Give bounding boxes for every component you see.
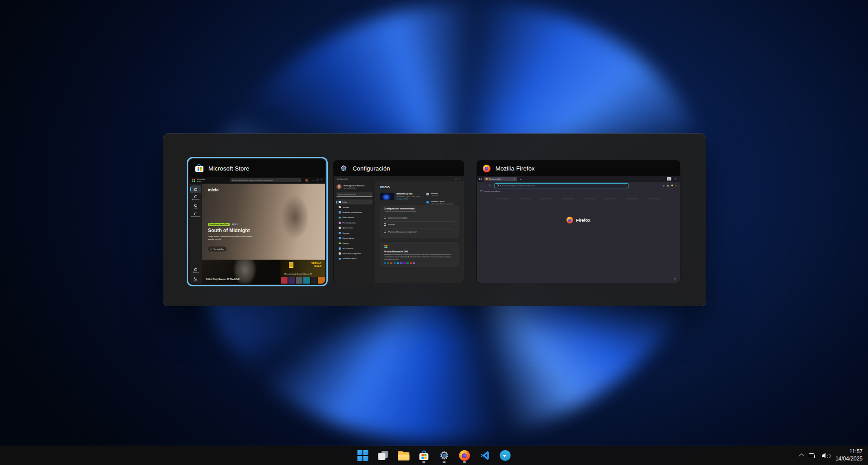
cod-promo-tile: Call of Duty Season 03 BlackCell: [202, 260, 280, 284]
firefox-tab-strip: Nueva pestaña ✕ + ⌄ — ❐ ✕: [477, 176, 680, 182]
microsoft-logo-icon: [384, 245, 387, 248]
settings-user-profile: Pablo Aparicio Sánchez aparicio@outlook.…: [336, 184, 373, 190]
settings-window-controls: — ▢ ✕: [451, 178, 461, 180]
start-button[interactable]: [355, 447, 371, 464]
globe-icon: [339, 217, 341, 219]
update-icon: [339, 258, 341, 260]
store-window-controls: — ▢ ✕: [312, 179, 322, 181]
window-card-titlebar: ⚙ Configuración: [334, 161, 464, 176]
clock-icon: [339, 237, 341, 239]
microsoft-store-thumbnail: Microsoft Store Buscar aplicaciones, jue…: [189, 177, 325, 284]
store-nav-games: Juegos: [190, 203, 201, 210]
recommended-row-mouse: Puntero del mouse y entrada táctil ›: [384, 228, 455, 235]
sidebar-item-aplicaciones: Aplicaciones: [336, 225, 373, 230]
alt-tab-panel: Microsoft Store Microsoft Store Buscar a…: [163, 134, 706, 306]
sidebar-item-windows-update: Windows Update: [336, 256, 373, 261]
tab-favicon: [486, 178, 488, 180]
store-profile-avatar: [305, 179, 308, 182]
settings-app-name: Configuración: [337, 178, 348, 180]
store-sidebar: Aplicaciones Juegos Entretenimiento Bibl…: [189, 184, 202, 284]
chevron-up-icon[interactable]: [798, 453, 804, 459]
task-view-icon: [378, 450, 389, 461]
sidebar-item-personalizacion: Personalización: [336, 220, 373, 225]
vscode-icon: [480, 450, 491, 461]
device-name: windows11-box: [396, 193, 420, 195]
search-icon: ⌕: [370, 193, 371, 195]
microsoft-store-button[interactable]: [416, 447, 432, 464]
settings-gear-icon: ⚙: [439, 450, 450, 461]
microsoft-store-icon: [419, 450, 429, 461]
taskbar-center-icons: ⚙ ➤: [355, 446, 514, 465]
store-search-placeholder: Buscar aplicaciones, juegos, películas y…: [232, 179, 273, 181]
hero-details-button: ▷ Ver detalles: [208, 247, 226, 251]
home-icon: [339, 201, 341, 203]
close-icon: ✕: [459, 178, 461, 180]
game-tiles-strip: [281, 277, 325, 284]
settings-gear-icon: ⚙: [340, 164, 348, 172]
gamepass-badge: Incluido con Game Pass: [208, 223, 230, 226]
settings-button[interactable]: ⚙: [436, 447, 453, 464]
telegram-button[interactable]: ➤: [497, 447, 514, 464]
address-bar: Buscar con Google o escribir una direcci…: [495, 183, 628, 188]
chevron-right-icon: ›: [454, 231, 455, 233]
store-nav-home: [190, 185, 201, 193]
device-model: Standard PC (Q35 + ICH9, 2009): [396, 196, 420, 198]
window-card-microsoft-store[interactable]: Microsoft Store Microsoft Store Buscar a…: [189, 160, 325, 284]
window-title: Microsoft Store: [208, 165, 249, 172]
downloads-icon: [671, 185, 674, 187]
window-title: Configuración: [353, 165, 390, 172]
monitor-icon: [339, 206, 341, 209]
clock-date: 14/04/2025: [835, 456, 863, 463]
network-icon[interactable]: [809, 453, 816, 459]
apps-icon: [339, 227, 341, 229]
file-explorer-button[interactable]: [396, 447, 412, 464]
maximize-icon: ▢: [455, 178, 457, 180]
minimize-icon: —: [312, 179, 314, 181]
firefox-wordmark: Firefox: [477, 217, 680, 223]
price-badge: 44,99 €: [231, 223, 239, 226]
extensions-icon: ▣: [667, 185, 669, 187]
forward-icon: →: [484, 184, 486, 187]
volume-icon[interactable]: [822, 453, 830, 459]
quick-status: Ethernet Conectado Windows Update Última…: [426, 192, 460, 205]
telegram-icon: ➤: [500, 450, 511, 461]
cod-caption: Call of Duty Season 03 BlackCell: [206, 278, 240, 280]
home-icon: [194, 188, 197, 191]
settings-page-title: Inicio: [380, 185, 459, 189]
back-icon: ←: [480, 184, 482, 187]
sidebar-item-hora-idioma: Hora e idioma: [336, 236, 373, 241]
sidebar-item-privacidad: Privacidad y seguridad: [336, 251, 373, 256]
store-app-titlebar: Microsoft Store Buscar aplicaciones, jue…: [189, 177, 325, 184]
bluetooth-icon: [339, 211, 341, 214]
hero-description: Juega ahora. Desentraña el pasado en est…: [208, 235, 259, 241]
vscode-button[interactable]: [477, 447, 493, 464]
avatar: [336, 184, 342, 190]
firefox-logo-icon: [566, 217, 573, 223]
store-nav-entertainment: Entretenimiento: [190, 211, 201, 219]
sidebar-item-bluetooth: Bluetooth y dispositivos: [336, 210, 373, 215]
running-indicator: [443, 461, 446, 463]
windows-update-status: Windows Update Última comprobación: hace…: [426, 200, 460, 205]
firefox-new-tab-page: Firefox ⚙: [477, 193, 680, 283]
settings-nav: Inicio Sistema Bluetooth y dispositivos …: [336, 199, 373, 261]
store-nav-library: Biblioteca: [190, 267, 201, 275]
taskbar-clock[interactable]: 11:57 14/04/2025: [835, 448, 863, 462]
firefox-nav-bar: ← → ⟳ Buscar con Google o escribir una d…: [477, 182, 680, 189]
settings-thumbnail: Configuración — ▢ ✕ Pablo Aparicio Sánch…: [334, 176, 464, 283]
firefox-button[interactable]: [457, 447, 473, 464]
tab-close-icon: ✕: [514, 178, 515, 180]
search-icon: ⌕: [299, 179, 300, 181]
maximize-icon: ▢: [316, 179, 318, 181]
mouse-pointer-icon: [384, 231, 386, 233]
display-icon: [384, 223, 386, 226]
ethernet-status: Ethernet Conectado: [426, 192, 460, 197]
window-card-firefox[interactable]: Mozilla Firefox Nueva pestaña ✕ + ⌄ — ❐ …: [477, 161, 680, 283]
window-card-settings[interactable]: ⚙ Configuración Configuración — ▢ ✕: [334, 161, 464, 283]
brush-icon: [339, 222, 341, 224]
minecraft-block-icon: [289, 262, 293, 268]
rename-link: Cambiar nombre: [396, 198, 420, 200]
firefox-icon: [459, 450, 470, 461]
taskbar: ⚙ ➤ 11:57: [0, 446, 868, 465]
task-view-button[interactable]: [375, 447, 392, 464]
apps-grid-icon: [194, 195, 197, 198]
